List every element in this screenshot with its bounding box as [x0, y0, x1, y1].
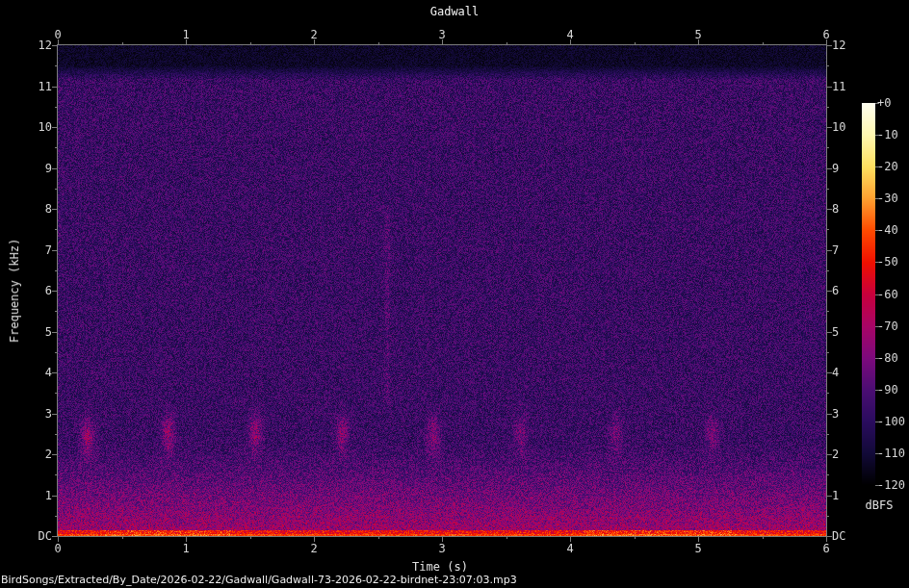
y-tick-left-10: 10 [39, 121, 52, 133]
y-tick-left-3: 3 [45, 408, 52, 420]
x-tick-bottom-6: 6 [822, 543, 829, 554]
colorbar-tick--20: -20 [877, 161, 898, 172]
colorbar-tick--80: -80 [877, 352, 898, 364]
x-tick-bottom-5: 5 [694, 543, 701, 554]
colorbar-tick--110: -110 [877, 447, 905, 459]
x-tick-top-4: 4 [566, 29, 573, 40]
y-tick-right-10: 10 [832, 121, 845, 133]
x-axis-label: Time (s) [412, 560, 468, 574]
x-tick-top-1: 1 [182, 29, 189, 40]
y-tick-right-6: 6 [832, 285, 839, 296]
y-tick-right-3: 3 [832, 408, 839, 420]
colorbar-tick--50: -50 [877, 256, 898, 268]
file-path: BirdSongs/Extracted/By_Date/2026-02-22/G… [1, 574, 517, 586]
x-tick-bottom-4: 4 [566, 543, 573, 554]
spectrogram-figure: Gadwall Frequency (kHz) Time (s) dBFS 01… [0, 0, 909, 588]
y-tick-right-1: 1 [832, 490, 839, 501]
x-tick-bottom-0: 0 [54, 543, 61, 554]
y-tick-left-7: 7 [45, 244, 52, 256]
x-tick-bottom-3: 3 [438, 543, 445, 554]
y-tick-right-9: 9 [832, 163, 839, 174]
colorbar-tick--100: -100 [877, 416, 905, 427]
y-tick-left-12: 12 [39, 39, 52, 51]
y-tick-left-2: 2 [45, 448, 52, 460]
colorbar-tick-+0: +0 [877, 97, 891, 109]
colorbar-tick--120: -120 [877, 479, 905, 491]
chart-title: Gadwall [430, 5, 480, 18]
y-tick-left-8: 8 [45, 203, 52, 215]
y-tick-right-8: 8 [832, 203, 839, 215]
colorbar-unit-label: dBFS [866, 499, 894, 512]
y-axis-label: Frequency (kHz) [8, 239, 21, 343]
colorbar-tick--40: -40 [877, 224, 898, 236]
y-tick-right-11: 11 [832, 81, 845, 92]
y-tick-right-5: 5 [832, 326, 839, 338]
x-tick-top-2: 2 [310, 29, 317, 40]
x-tick-top-3: 3 [438, 29, 445, 40]
y-tick-right-2: 2 [832, 448, 839, 460]
y-tick-left-1: 1 [45, 490, 52, 501]
y-tick-left-6: 6 [45, 285, 52, 296]
spectrogram-canvas [0, 0, 909, 588]
y-tick-left-4: 4 [45, 367, 52, 378]
y-tick-left-9: 9 [45, 163, 52, 174]
y-tick-right-12: 12 [832, 39, 845, 51]
y-tick-left-5: 5 [45, 326, 52, 338]
colorbar-tick--70: -70 [877, 320, 898, 332]
y-tick-left-DC: DC [39, 530, 52, 542]
x-tick-bottom-1: 1 [182, 543, 189, 554]
x-tick-bottom-2: 2 [310, 543, 317, 554]
colorbar-tick--30: -30 [877, 192, 898, 204]
y-tick-right-DC: DC [832, 530, 845, 542]
x-tick-top-0: 0 [54, 29, 61, 40]
x-tick-top-6: 6 [822, 29, 829, 40]
x-tick-top-5: 5 [694, 29, 701, 40]
y-tick-left-11: 11 [39, 81, 52, 92]
y-tick-right-7: 7 [832, 244, 839, 256]
colorbar-tick--60: -60 [877, 289, 898, 300]
colorbar-tick--90: -90 [877, 384, 898, 396]
y-tick-right-4: 4 [832, 367, 839, 378]
colorbar-tick--10: -10 [877, 129, 898, 141]
